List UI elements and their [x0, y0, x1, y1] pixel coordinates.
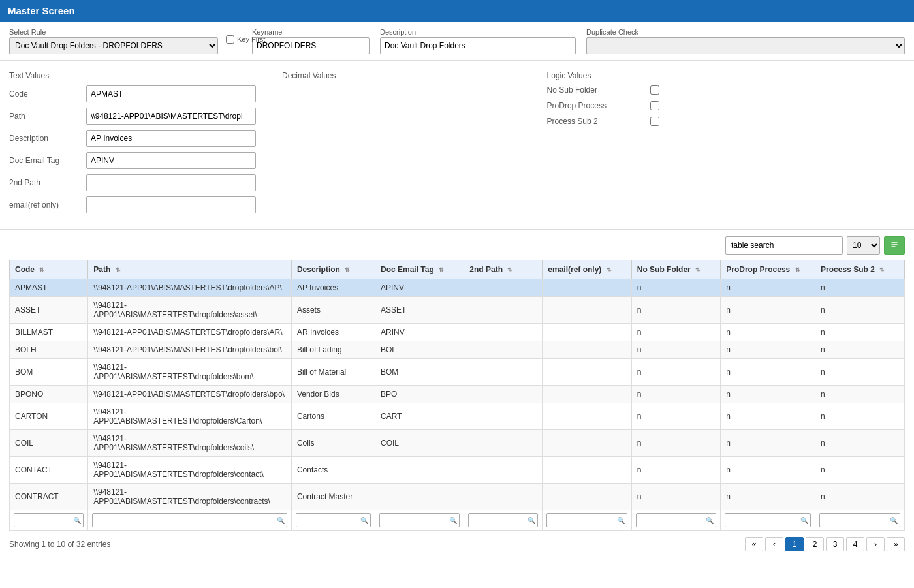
cell-process_sub2: n: [815, 484, 905, 510]
pg-2-button[interactable]: 2: [806, 537, 824, 551]
cell-description: AR Invoices: [291, 324, 375, 341]
cell-no_sub_folder: n: [631, 430, 720, 457]
col-filter-path[interactable]: [92, 513, 287, 527]
keyname-input[interactable]: [252, 37, 370, 54]
pg-3-button[interactable]: 3: [826, 537, 844, 551]
table-row[interactable]: ASSET\\948121-APP01\ABIS\MASTERTEST\drop…: [10, 297, 905, 324]
cell-prodrop_process: n: [721, 457, 815, 484]
page-size-select[interactable]: 10 25 50 100: [847, 236, 880, 255]
col-header-path[interactable]: Path ⇅: [88, 260, 292, 279]
table-row[interactable]: BILLMAST\\948121-APP01\ABIS\MASTERTEST\d…: [10, 324, 905, 341]
cell-description: Bill of Material: [291, 359, 375, 386]
duplicate-check-label: Duplicate Check: [586, 28, 905, 36]
col-header-email-ref[interactable]: email(ref only) ⇅: [543, 260, 631, 279]
cell-code: APMAST: [10, 279, 88, 297]
pg-first-button[interactable]: «: [745, 537, 763, 551]
col-filter-no-sub-folder[interactable]: [636, 513, 716, 527]
col-filter-code[interactable]: [14, 513, 84, 527]
col-header-doc-email-tag[interactable]: Doc Email Tag ⇅: [375, 260, 464, 279]
cell-code: BPONO: [10, 386, 88, 403]
cell-process_sub2: n: [815, 403, 905, 430]
cell-prodrop_process: n: [721, 341, 815, 359]
cell-email_ref: [543, 297, 631, 324]
col-filter-email-ref[interactable]: [546, 513, 627, 527]
prodrop-process-checkbox[interactable]: [650, 101, 659, 110]
cell-process_sub2: n: [815, 297, 905, 324]
process-sub2-label: Process Sub 2: [547, 117, 645, 126]
table-row[interactable]: CARTON\\948121-APP01\ABIS\MASTERTEST\dro…: [10, 403, 905, 430]
cell-email_ref: [543, 403, 631, 430]
key-first-checkbox[interactable]: [226, 35, 234, 44]
cell-second_path: [464, 341, 543, 359]
cell-code: CONTRACT: [10, 484, 88, 510]
cell-process_sub2: n: [815, 457, 905, 484]
process-sub2-checkbox[interactable]: [650, 117, 659, 126]
sort-arrows-email-ref: ⇅: [607, 267, 612, 273]
table-search-input[interactable]: [725, 236, 843, 255]
description-input[interactable]: [380, 37, 576, 54]
cell-no_sub_folder: n: [631, 297, 720, 324]
select-rule-label: Select Rule: [9, 28, 218, 36]
cell-path: \\948121-APP01\ABIS\MASTERTEST\dropfolde…: [88, 279, 292, 297]
description-field-input[interactable]: [86, 130, 256, 147]
code-input[interactable]: [86, 85, 256, 102]
cell-doc_email_tag: CART: [375, 403, 464, 430]
table-row[interactable]: CONTRACT\\948121-APP01\ABIS\MASTERTEST\d…: [10, 484, 905, 510]
cell-prodrop_process: n: [721, 430, 815, 457]
col-header-second-path[interactable]: 2nd Path ⇅: [464, 260, 543, 279]
export-button[interactable]: [884, 236, 905, 255]
second-path-input[interactable]: [86, 174, 256, 191]
table-row[interactable]: BPONO\\948121-APP01\ABIS\MASTERTEST\drop…: [10, 386, 905, 403]
col-header-no-sub-folder[interactable]: No Sub Folder ⇅: [631, 260, 720, 279]
cell-no_sub_folder: n: [631, 457, 720, 484]
cell-code: ASSET: [10, 297, 88, 324]
cell-code: BOM: [10, 359, 88, 386]
duplicate-check-dropdown[interactable]: [586, 37, 905, 54]
cell-doc_email_tag: ASSET: [375, 297, 464, 324]
col-filter-process-sub2[interactable]: [819, 513, 900, 527]
doc-email-tag-input[interactable]: [86, 152, 256, 169]
pg-prev-button[interactable]: ‹: [765, 537, 783, 551]
pg-next-button[interactable]: ›: [866, 537, 885, 551]
path-input[interactable]: [86, 108, 256, 125]
sort-arrows-second-path: ⇅: [507, 267, 512, 273]
cell-description: Cartons: [291, 403, 375, 430]
cell-prodrop_process: n: [721, 297, 815, 324]
col-header-prodrop-process[interactable]: ProDrop Process ⇅: [721, 260, 815, 279]
cell-prodrop_process: n: [721, 279, 815, 297]
code-label: Code: [9, 89, 81, 99]
pg-last-button[interactable]: »: [887, 537, 905, 551]
table-row[interactable]: CONTACT\\948121-APP01\ABIS\MASTERTEST\dr…: [10, 457, 905, 484]
cell-description: Coils: [291, 430, 375, 457]
col-filter-description[interactable]: [296, 513, 371, 527]
cell-process_sub2: n: [815, 324, 905, 341]
col-header-code[interactable]: Code ⇅: [10, 260, 88, 279]
pagination-buttons: « ‹ 1 2 3 4 › »: [745, 537, 905, 551]
table-row[interactable]: BOM\\948121-APP01\ABIS\MASTERTEST\dropfo…: [10, 359, 905, 386]
cell-no_sub_folder: n: [631, 359, 720, 386]
pg-1-button[interactable]: 1: [785, 537, 804, 551]
cell-second_path: [464, 279, 543, 297]
cell-code: BILLMAST: [10, 324, 88, 341]
cell-no_sub_folder: n: [631, 341, 720, 359]
cell-code: COIL: [10, 430, 88, 457]
second-path-label: 2nd Path: [9, 178, 81, 187]
table-header-row: Code ⇅ Path ⇅ Description ⇅ Doc Email Ta…: [10, 260, 905, 279]
col-filter-second-path[interactable]: [468, 513, 538, 527]
no-sub-folder-checkbox[interactable]: [650, 85, 659, 95]
cell-prodrop_process: n: [721, 386, 815, 403]
select-rule-dropdown[interactable]: Doc Vault Drop Folders - DROPFOLDERS: [9, 37, 218, 54]
decimal-values-label: Decimal Values: [282, 71, 521, 80]
pg-4-button[interactable]: 4: [846, 537, 864, 551]
table-row[interactable]: APMAST\\948121-APP01\ABIS\MASTERTEST\dro…: [10, 279, 905, 297]
pagination-info: Showing 1 to 10 of 32 entries: [9, 540, 110, 549]
col-header-description[interactable]: Description ⇅: [291, 260, 375, 279]
email-ref-input[interactable]: [86, 196, 256, 213]
keyname-label: Keyname: [252, 28, 370, 36]
col-filter-prodrop-process[interactable]: [725, 513, 811, 527]
table-row[interactable]: BOLH\\948121-APP01\ABIS\MASTERTEST\dropf…: [10, 341, 905, 359]
col-filter-doc-email-tag[interactable]: [379, 513, 460, 527]
cell-prodrop_process: n: [721, 403, 815, 430]
table-row[interactable]: COIL\\948121-APP01\ABIS\MASTERTEST\dropf…: [10, 430, 905, 457]
col-header-process-sub2[interactable]: Process Sub 2 ⇅: [815, 260, 905, 279]
